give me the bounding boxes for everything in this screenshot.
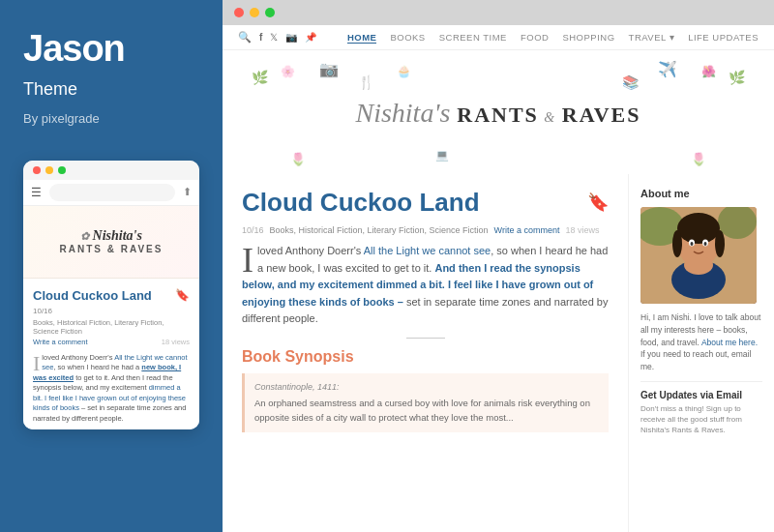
nav-home[interactable]: HOME [347, 32, 377, 44]
about-me-title: About me [640, 188, 762, 199]
hero-title-area: Nishita's RANTS & RAVES [355, 98, 640, 129]
deco-leaf2: 🌿 [729, 70, 745, 85]
mobile-preview: ☰ ⬆ ✿ Nishita's RANTS & RAVES Cloud Cuck… [23, 161, 199, 430]
browser-dot-yellow [250, 8, 259, 17]
mobile-topbar [23, 161, 199, 180]
mobile-post-comment: Write a comment [33, 338, 88, 346]
svg-point-4 [677, 213, 720, 244]
nav-travel[interactable]: TRAVEL ▾ [629, 32, 675, 44]
deco-book: 📚 [622, 74, 639, 90]
left-sidebar: Jason Theme By pixelgrade ☰ ⬆ ✿ Nishita'… [0, 0, 223, 532]
hero-rants-raves: RANTS & RAVES [457, 103, 640, 127]
mobile-toolbar: ☰ ⬆ [23, 180, 199, 206]
deco-flower3: 🌷 [290, 152, 306, 166]
deco-utensils: 🍴 [358, 74, 374, 90]
browser-window: 🔍 f 𝕏 📷 📌 HOME BOOKS SCREEN TIME FOOD SH… [223, 0, 774, 532]
blog-synopsis-box: Constantinople, 1411: An orphaned seamst… [242, 373, 609, 432]
mobile-bookmark-icon: 🔖 [175, 288, 190, 302]
deco-laptop: 💻 [435, 149, 449, 162]
sidebar-divider [640, 381, 762, 382]
svg-point-6 [715, 230, 725, 257]
blog-divider [406, 338, 445, 339]
mobile-content: ✿ Nishita's RANTS & RAVES Cloud Cuckoo L… [23, 206, 199, 430]
mobile-post: Cloud Cuckoo Land 🔖 10/16 Books, Histori… [23, 279, 199, 430]
blog-post-excerpt: I loved Anthony Doerr's All the Light we… [242, 243, 609, 328]
blog-sidebar: About me [629, 174, 774, 532]
mobile-search-bar [49, 184, 175, 201]
deco-plane: ✈️ [658, 60, 677, 78]
blog-post-title: Cloud Cuckoo Land 🔖 [242, 188, 609, 218]
svg-point-5 [672, 230, 682, 257]
dropcap-I: I [242, 247, 253, 275]
mobile-post-cats: Books, Historical Fiction, Literary Fict… [33, 318, 190, 336]
twitter-icon[interactable]: 𝕏 [270, 32, 278, 43]
blog-main: Cloud Cuckoo Land 🔖 10/16 Books, Histori… [223, 174, 629, 532]
deco-cupcake: 🧁 [397, 65, 411, 78]
about-me-text: Hi, I am Nishi. I love to talk about all… [640, 311, 762, 373]
blog-synopsis-location: Constantinople, 1411: [254, 381, 599, 395]
blog-synopsis-title: Book Synopsis [242, 348, 609, 366]
browser-content: 🔍 f 𝕏 📷 📌 HOME BOOKS SCREEN TIME FOOD SH… [223, 25, 774, 532]
svg-point-12 [684, 255, 713, 275]
deco-leaf1: 🌿 [252, 70, 268, 85]
excerpt-link1[interactable]: All the Light we cannot see [364, 245, 491, 256]
mobile-share-icon: ⬆ [183, 186, 192, 198]
blog-hero-illustration: 🌿 🌸 📷 🍴 🧁 🌿 🌺 ✈️ 📚 🌷 🌷 💻 Nishita's RANTS… [242, 60, 755, 166]
nav-shopping[interactable]: SHOPPING [562, 32, 614, 44]
subscribe-text: Don't miss a thing! Sign up to receive a… [640, 403, 762, 436]
blog-post-views: 18 views [565, 225, 599, 235]
deco-flower2: 🌺 [701, 65, 716, 78]
mobile-dot-red [33, 166, 41, 174]
svg-point-10 [704, 242, 707, 246]
mobile-post-views: 18 views [162, 338, 190, 348]
theme-title: Jason [23, 29, 199, 70]
mobile-post-excerpt: I loved Anthony Doerr's All the Light we… [33, 353, 190, 425]
subscribe-title: Get Updates via Email [640, 390, 762, 400]
hero-nishitas: Nishita's [355, 98, 450, 128]
excerpt-highlight: new book, I was excited [33, 363, 181, 382]
instagram-icon[interactable]: 📷 [285, 32, 297, 43]
theme-by: By pixelgrade [23, 111, 199, 126]
deco-flower4: 🌷 [691, 152, 706, 166]
facebook-icon[interactable]: f [259, 32, 262, 43]
nav-books[interactable]: BOOKS [390, 32, 425, 44]
deco-flower1: 🌸 [281, 65, 295, 78]
blog-post-comment-link[interactable]: Write a comment [494, 225, 560, 235]
avatar-svg [640, 207, 757, 304]
about-me-link[interactable]: About me here. [701, 338, 758, 347]
browser-topbar [223, 0, 774, 25]
mobile-blog-name: ✿ Nishita's [60, 228, 164, 244]
excerpt-highlight2: dimmed a bit. I feel like I have grown o… [33, 383, 186, 412]
deco-camera: 📷 [319, 60, 339, 78]
hero-blog-name-italic: Nishita's RANTS & RAVES [355, 98, 640, 129]
blog-nav: 🔍 f 𝕏 📷 📌 HOME BOOKS SCREEN TIME FOOD SH… [223, 25, 774, 50]
blog-bookmark-icon[interactable]: 🔖 [587, 192, 609, 213]
pinterest-icon[interactable]: 📌 [305, 32, 316, 43]
svg-point-9 [691, 242, 694, 246]
blog-hero: 🌿 🌸 📷 🍴 🧁 🌿 🌺 ✈️ 📚 🌷 🌷 💻 Nishita's RANTS… [223, 50, 774, 174]
mobile-dot-green [58, 166, 66, 174]
nav-screen-time[interactable]: SCREEN TIME [439, 32, 507, 44]
mobile-post-title: Cloud Cuckoo Land 🔖 [33, 288, 190, 303]
mobile-dot-yellow [45, 166, 53, 174]
search-icon[interactable]: 🔍 [238, 31, 252, 44]
nav-life-updates[interactable]: LIFE UPDATES [688, 32, 759, 44]
theme-subtitle: Theme [23, 79, 199, 100]
avatar-face [640, 207, 757, 304]
hamburger-icon: ☰ [31, 186, 42, 199]
blog-body: Cloud Cuckoo Land 🔖 10/16 Books, Histori… [223, 174, 774, 532]
browser-dot-red [234, 8, 244, 17]
dropcap-i: I [33, 354, 40, 373]
mobile-post-meta: 10/16 [33, 307, 190, 315]
sidebar-avatar [640, 207, 757, 304]
blog-post-categories: Books, Historical Fiction, Literary Fict… [270, 225, 489, 235]
browser-dot-green [265, 8, 275, 17]
mobile-blog-sub: RANTS & RAVES [60, 244, 164, 254]
blog-nav-icons: 🔍 f 𝕏 📷 📌 [238, 31, 316, 44]
blog-post-meta: 10/16 Books, Historical Fiction, Literar… [242, 225, 609, 235]
nav-food[interactable]: FOOD [521, 32, 549, 44]
mobile-toolbar-icons: ☰ [31, 186, 42, 199]
mobile-blog-header: ✿ Nishita's RANTS & RAVES [23, 206, 199, 279]
blog-nav-links: HOME BOOKS SCREEN TIME FOOD SHOPPING TRA… [347, 32, 759, 44]
